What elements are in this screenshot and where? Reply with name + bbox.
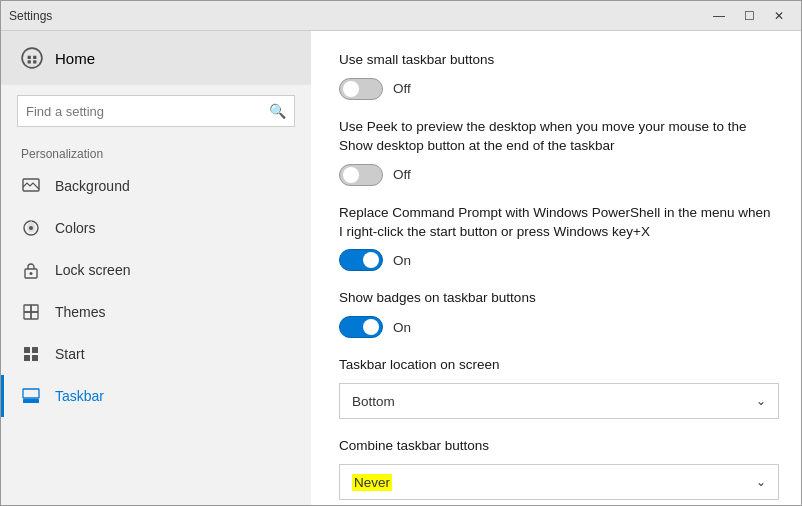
svg-rect-14 <box>23 399 39 403</box>
close-button[interactable]: ✕ <box>765 6 793 26</box>
powershell-toggle-row: On <box>339 249 773 271</box>
badges-value: On <box>393 320 411 335</box>
window-title: Settings <box>9 9 705 23</box>
titlebar-controls: — ☐ ✕ <box>705 6 793 26</box>
themes-label: Themes <box>55 304 106 320</box>
svg-rect-7 <box>31 305 38 312</box>
minimize-button[interactable]: — <box>705 6 733 26</box>
titlebar: Settings — ☐ ✕ <box>1 1 801 31</box>
toggle-knob <box>343 81 359 97</box>
combine-buttons-select[interactable]: Never ⌄ <box>339 464 779 500</box>
sidebar-item-start[interactable]: Start <box>1 333 311 375</box>
small-taskbar-buttons-section: Use small taskbar buttons Off <box>339 51 773 100</box>
settings-window: Settings — ☐ ✕ Home 🔍 <box>0 0 802 506</box>
taskbar-location-section: Taskbar location on screen Bottom ⌄ <box>339 356 773 419</box>
toggle-knob <box>363 319 379 335</box>
small-taskbar-buttons-toggle[interactable] <box>339 78 383 100</box>
svg-rect-6 <box>24 305 31 312</box>
colors-label: Colors <box>55 220 95 236</box>
powershell-toggle[interactable] <box>339 249 383 271</box>
combine-buttons-container: Never ⌄ <box>339 464 773 500</box>
taskbar-location-label: Taskbar location on screen <box>339 356 773 375</box>
badges-section: Show badges on taskbar buttons On <box>339 289 773 338</box>
taskbar-icon <box>21 386 41 406</box>
peek-label: Use Peek to preview the desktop when you… <box>339 118 773 156</box>
home-icon <box>21 47 43 69</box>
taskbar-location-value: Bottom <box>352 394 395 409</box>
chevron-down-icon: ⌄ <box>756 475 766 489</box>
combine-buttons-section: Combine taskbar buttons Never ⌄ <box>339 437 773 500</box>
taskbar-location-select[interactable]: Bottom ⌄ <box>339 383 779 419</box>
home-button[interactable]: Home <box>1 31 311 85</box>
combine-buttons-label: Combine taskbar buttons <box>339 437 773 456</box>
svg-rect-11 <box>32 347 38 353</box>
svg-rect-15 <box>23 389 39 398</box>
svg-rect-8 <box>24 312 31 319</box>
lock-screen-label: Lock screen <box>55 262 130 278</box>
svg-point-3 <box>29 226 33 230</box>
small-taskbar-buttons-toggle-row: Off <box>339 78 773 100</box>
peek-toggle-row: Off <box>339 164 773 186</box>
powershell-value: On <box>393 253 411 268</box>
sidebar-item-lock-screen[interactable]: Lock screen <box>1 249 311 291</box>
peek-toggle[interactable] <box>339 164 383 186</box>
sidebar-item-background[interactable]: Background <box>1 165 311 207</box>
small-taskbar-buttons-value: Off <box>393 81 411 96</box>
combine-buttons-value: Never <box>352 474 392 491</box>
toggle-knob <box>343 167 359 183</box>
sidebar-item-taskbar[interactable]: Taskbar <box>1 375 311 417</box>
chevron-down-icon: ⌄ <box>756 394 766 408</box>
badges-toggle[interactable] <box>339 316 383 338</box>
taskbar-label: Taskbar <box>55 388 104 404</box>
main-content: Use small taskbar buttons Off Use Peek t… <box>311 31 801 505</box>
svg-rect-9 <box>31 312 38 319</box>
sidebar-item-colors[interactable]: Colors <box>1 207 311 249</box>
svg-rect-13 <box>32 355 38 361</box>
start-label: Start <box>55 346 85 362</box>
svg-point-0 <box>22 48 42 68</box>
colors-icon <box>21 218 41 238</box>
themes-icon <box>21 302 41 322</box>
badges-toggle-row: On <box>339 316 773 338</box>
taskbar-location-container: Bottom ⌄ <box>339 383 773 419</box>
search-container: 🔍 <box>1 85 311 137</box>
search-input[interactable] <box>26 104 269 119</box>
maximize-button[interactable]: ☐ <box>735 6 763 26</box>
peek-section: Use Peek to preview the desktop when you… <box>339 118 773 186</box>
svg-rect-12 <box>24 355 30 361</box>
start-icon <box>21 344 41 364</box>
search-icon: 🔍 <box>269 103 286 119</box>
background-label: Background <box>55 178 130 194</box>
search-box[interactable]: 🔍 <box>17 95 295 127</box>
svg-point-5 <box>30 272 33 275</box>
section-label: Personalization <box>1 137 311 165</box>
home-label: Home <box>55 50 95 67</box>
powershell-section: Replace Command Prompt with Windows Powe… <box>339 204 773 272</box>
background-icon <box>21 176 41 196</box>
badges-label: Show badges on taskbar buttons <box>339 289 773 308</box>
sidebar-item-themes[interactable]: Themes <box>1 291 311 333</box>
sidebar: Home 🔍 Personalization Backg <box>1 31 311 505</box>
toggle-knob <box>363 252 379 268</box>
small-taskbar-buttons-label: Use small taskbar buttons <box>339 51 773 70</box>
lock-screen-icon <box>21 260 41 280</box>
svg-rect-10 <box>24 347 30 353</box>
peek-value: Off <box>393 167 411 182</box>
content-area: Home 🔍 Personalization Backg <box>1 31 801 505</box>
powershell-label: Replace Command Prompt with Windows Powe… <box>339 204 773 242</box>
